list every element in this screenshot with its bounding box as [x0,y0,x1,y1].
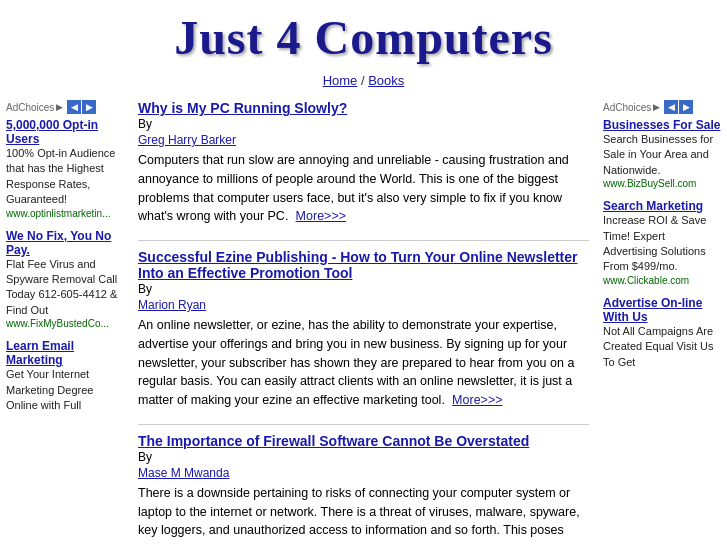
breadcrumb: Home / Books [0,69,727,96]
breadcrumb-separator: / [357,73,368,88]
ad-nav-right: ◀ ▶ [664,100,693,114]
article-2-byline: By [138,282,152,296]
left-ad-3: Learn Email Marketing Get Your Internet … [6,339,124,413]
left-ad-2-text: Flat Fee Virus and Spyware Removal Call … [6,257,124,319]
right-ad-3-title[interactable]: Advertise On-line With Us [603,296,721,324]
left-ad-2: We No Fix, You No Pay. Flat Fee Virus an… [6,229,124,330]
article-1-body: Computers that run slow are annoying and… [138,153,569,223]
right-ad-1-title[interactable]: Businesses For Sale [603,118,721,132]
article-3: The Importance of Firewall Software Cann… [138,433,589,540]
right-ad-3: Advertise On-line With Us Not All Campai… [603,296,721,370]
divider-1 [138,240,589,241]
left-ad-1-url: www.optinlistmarketin... [6,208,124,219]
right-ad-2-text: Increase ROI & Save Time! Expert Adverti… [603,213,721,275]
article-3-author[interactable]: Mase M Mwanda [138,466,589,480]
right-ad-3-text: Not All Campaigns Are Created Equal Visi… [603,324,721,370]
ad-label-left: AdChoices ▶ ◀ ▶ [6,100,124,114]
right-ad-1-url: www.BizBuySell.com [603,178,721,189]
left-ad-1-title[interactable]: 5,000,000 Opt-in Users [6,118,124,146]
article-1-more[interactable]: More>>> [296,209,346,223]
breadcrumb-books[interactable]: Books [368,73,404,88]
article-3-title[interactable]: The Importance of Firewall Software Cann… [138,433,589,449]
ad-prev-right[interactable]: ◀ [664,100,678,114]
article-2-author[interactable]: Marion Ryan [138,298,589,312]
ad-prev-left[interactable]: ◀ [67,100,81,114]
sidebar-right: AdChoices ▶ ◀ ▶ Businesses For Sale Sear… [597,96,727,545]
left-ad-3-title[interactable]: Learn Email Marketing [6,339,124,367]
header: Just 4 Computers Home / Books [0,0,727,96]
breadcrumb-home[interactable]: Home [323,73,358,88]
left-ad-1: 5,000,000 Opt-in Users 100% Opt-in Audie… [6,118,124,219]
left-ad-1-text: 100% Opt-in Audience that has the Highes… [6,146,124,208]
site-title: Just 4 Computers [0,10,727,65]
ad-label-right: AdChoices ▶ ◀ ▶ [603,100,721,114]
right-ad-2: Search Marketing Increase ROI & Save Tim… [603,199,721,286]
page-layout: AdChoices ▶ ◀ ▶ 5,000,000 Opt-in Users 1… [0,96,727,545]
article-2-title[interactable]: Successful Ezine Publishing - How to Tur… [138,249,589,281]
right-ad-1: Businesses For Sale Search Businesses fo… [603,118,721,189]
ad-next-right[interactable]: ▶ [679,100,693,114]
article-2-more[interactable]: More>>> [452,393,502,407]
divider-2 [138,424,589,425]
ad-icon-left: ▶ [56,102,63,112]
right-ad-2-title[interactable]: Search Marketing [603,199,721,213]
article-3-byline: By [138,450,152,464]
left-ad-2-url: www.FixMyBustedCo... [6,318,124,329]
right-ad-2-url: www.Clickable.com [603,275,721,286]
right-ad-1-text: Search Businesses for Sale in Your Area … [603,132,721,178]
article-1-author[interactable]: Greg Harry Barker [138,133,589,147]
article-3-body: There is a downside pertaining to risks … [138,486,580,538]
sidebar-left: AdChoices ▶ ◀ ▶ 5,000,000 Opt-in Users 1… [0,96,130,545]
article-2-body: An online newsletter, or ezine, has the … [138,318,574,407]
ad-icon-right: ▶ [653,102,660,112]
main-content: Why is My PC Running Slowly? By Greg Har… [130,96,597,545]
article-2: Successful Ezine Publishing - How to Tur… [138,249,589,410]
article-1-title[interactable]: Why is My PC Running Slowly? [138,100,589,116]
ad-next-left[interactable]: ▶ [82,100,96,114]
ad-nav-left: ◀ ▶ [67,100,96,114]
left-ad-2-title[interactable]: We No Fix, You No Pay. [6,229,124,257]
article-1: Why is My PC Running Slowly? By Greg Har… [138,100,589,226]
left-ad-3-text: Get Your Internet Marketing Degree Onlin… [6,367,124,413]
article-1-byline: By [138,117,152,131]
